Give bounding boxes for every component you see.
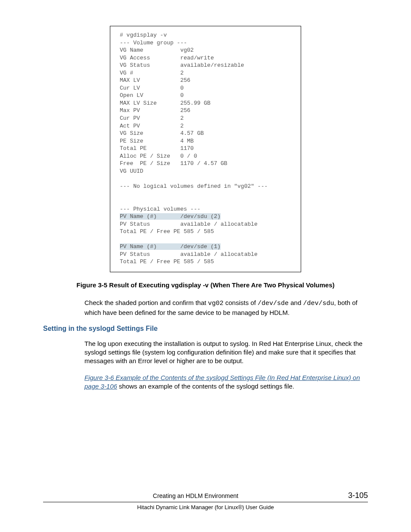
code-dev-sde: /dev/sde: [258, 300, 289, 307]
figure-caption: Figure 3-5 Result of Executing vgdisplay…: [43, 281, 368, 289]
paragraph-xref: Figure 3-6 Example of the Contents of th…: [84, 373, 368, 391]
shaded-pv2-name: PV Name (#) /dev/sde (1): [120, 243, 221, 250]
footer-line-1: Creating an HDLM Environment 3-105: [43, 491, 368, 502]
terminal-output: # vgdisplay -v --- Volume group --- VG N…: [110, 26, 301, 272]
code-vg02: vg02: [208, 300, 224, 307]
footer-page-number: 3-105: [348, 491, 368, 500]
text: consists of: [224, 299, 258, 306]
code-dev-sdu: /dev/sdu: [303, 300, 334, 307]
shaded-pv1-name: PV Name (#) /dev/sdu (2): [120, 213, 221, 220]
text: and: [289, 299, 303, 306]
footer-chapter-title: Creating an HDLM Environment: [43, 492, 348, 499]
text: Check the shaded portion and confirm tha…: [84, 299, 208, 306]
footer-book-title: Hitachi Dynamic Link Manager (for Linux®…: [43, 502, 368, 510]
paragraph-check-shaded: Check the shaded portion and confirm tha…: [84, 299, 368, 317]
text: shows an example of the contents of the …: [117, 383, 294, 390]
section-heading-syslogd: Setting in the syslogd Settings File: [43, 325, 368, 333]
paragraph-syslog-output: The log upon executing the installation …: [84, 339, 368, 366]
page-footer: Creating an HDLM Environment 3-105 Hitac…: [43, 491, 368, 510]
